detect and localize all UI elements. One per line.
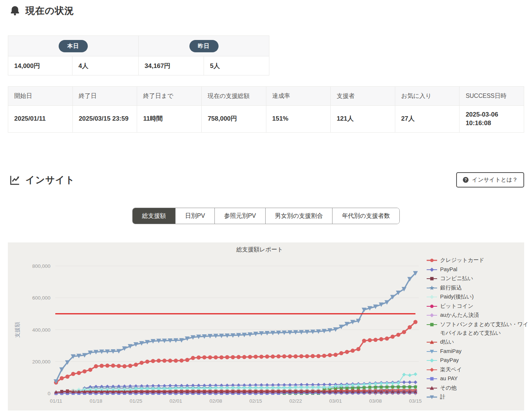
- yesterday-header-cell: 昨日: [139, 36, 269, 56]
- project-status-header-row: 開始日 終了日 終了日まで 現在の支援総額 達成率 支援者 お気に入り SUCC…: [8, 87, 524, 106]
- today-supporters: 4人: [72, 56, 139, 75]
- chart-line-icon: [9, 174, 21, 186]
- legend-label: PayPay: [440, 356, 459, 365]
- insight-help-label: インサイトとは？: [472, 176, 518, 183]
- legend-marker-icon: [426, 312, 437, 318]
- col-end-date: 終了日: [72, 87, 137, 106]
- legend-item-7: ソフトバンクまとめて支払い・ワイモバイルまとめて支払い: [426, 320, 529, 337]
- insight-title: インサイト: [25, 174, 75, 186]
- tab-0[interactable]: 総支援額: [133, 208, 175, 224]
- current-status-header: 現在の状況: [9, 4, 532, 17]
- x-tick-label: 03/01: [329, 398, 342, 404]
- daily-summary-value-row: 14,000円 4人 34,167円 5人: [8, 56, 269, 75]
- legend-item-6: auかんたん決済: [426, 311, 529, 319]
- x-tick-label: 02/01: [170, 398, 182, 404]
- legend-marker-icon: [426, 394, 437, 400]
- legend-item-2: コンビニ払い: [426, 274, 529, 283]
- total-support-value: 758,000円: [201, 106, 266, 133]
- col-total-support: 現在の支援総額: [201, 87, 266, 106]
- dashboard-page: 現在の状況 本日 昨日 14,000円 4人 34,167円 5人 開始日 終了…: [0, 0, 532, 415]
- legend-item-11: 楽天ペイ: [426, 365, 529, 374]
- x-tick-label: 03/08: [369, 398, 382, 404]
- legend-item-5: ビットコイン: [426, 302, 529, 310]
- legend-label: ソフトバンクまとめて支払い・ワイモバイルまとめて支払い: [440, 320, 529, 337]
- col-favorites: お気に入り: [395, 87, 460, 106]
- legend-label: コンビニ払い: [440, 274, 473, 283]
- daily-summary-header-row: 本日 昨日: [8, 36, 269, 56]
- chart-legend: クレジットカードPayPalコンビニ払い銀行振込Paidy(後払い)ビットコイン…: [426, 256, 529, 402]
- legend-marker-icon: [426, 294, 437, 300]
- today-badge: 本日: [59, 40, 88, 52]
- tab-3[interactable]: 男女別の支援割合: [265, 208, 332, 224]
- legend-marker-icon: [426, 322, 437, 328]
- x-tick-label: 02/22: [289, 398, 302, 404]
- legend-marker-icon: [426, 376, 437, 382]
- y-tick-label: 0: [47, 391, 50, 396]
- y-tick-label: 600,000: [32, 295, 50, 301]
- legend-label: FamiPay: [440, 347, 461, 356]
- today-amount: 14,000円: [8, 56, 72, 75]
- legend-item-14: 計: [426, 393, 529, 401]
- x-tick-label: 01/25: [130, 398, 142, 404]
- legend-marker-icon: [426, 303, 437, 309]
- legend-marker-icon: [426, 349, 437, 354]
- legend-marker-icon: [426, 285, 437, 291]
- col-start-date: 開始日: [8, 87, 73, 106]
- legend-marker-icon: [426, 357, 437, 363]
- tab-2[interactable]: 参照元別PV: [214, 208, 265, 224]
- project-status-value-row: 2025/01/11 2025/03/15 23:59 11時間 758,000…: [8, 106, 524, 133]
- legend-label: PayPal: [440, 265, 457, 274]
- legend-item-8: d払い: [426, 338, 529, 346]
- x-tick-label: 01/18: [90, 398, 102, 404]
- legend-item-1: PayPal: [426, 265, 529, 274]
- legend-item-10: PayPay: [426, 356, 529, 365]
- current-status-title: 現在の状況: [25, 4, 74, 17]
- yesterday-supporters: 5人: [204, 56, 269, 75]
- legend-item-13: その他: [426, 384, 529, 392]
- y-tick-label: 200,000: [32, 359, 50, 365]
- legend-item-9: FamiPay: [426, 347, 529, 356]
- chart-title: 総支援額レポート: [236, 246, 283, 253]
- legend-label: d払い: [440, 338, 454, 346]
- legend-label: 計: [440, 393, 446, 401]
- chart-card: 総支援額レポート支援額0200,000400,000600,000800,000…: [8, 242, 524, 411]
- col-time-remaining: 終了日まで: [137, 87, 202, 106]
- svg-text:?: ?: [464, 177, 467, 182]
- yesterday-badge: 昨日: [189, 40, 219, 52]
- insight-tabs-wrap: 総支援額日別PV参照元別PV男女別の支援割合年代別の支援者数: [0, 208, 532, 224]
- today-header-cell: 本日: [8, 36, 139, 56]
- legend-item-3: 銀行振込: [426, 284, 529, 292]
- tab-4[interactable]: 年代別の支援者数: [332, 208, 399, 224]
- insight-tabs: 総支援額日別PV参照元別PV男女別の支援割合年代別の支援者数: [132, 208, 399, 224]
- y-tick-label: 400,000: [32, 327, 50, 333]
- legend-item-0: クレジットカード: [426, 256, 529, 264]
- insight-header: インサイト: [9, 174, 75, 186]
- tab-1[interactable]: 日別PV: [175, 208, 214, 224]
- end-date-value: 2025/03/15 23:59: [72, 106, 137, 133]
- legend-label: 銀行振込: [440, 284, 462, 292]
- x-tick-label: 03/15: [409, 398, 422, 404]
- legend-label: クレジットカード: [440, 256, 484, 264]
- success-datetime-value: 2025-03-06 10:16:08: [460, 106, 524, 133]
- legend-label: ビットコイン: [440, 302, 473, 310]
- col-success-datetime: SUCCESS日時: [460, 87, 524, 106]
- legend-label: その他: [440, 384, 457, 392]
- legend-marker-icon: [426, 267, 437, 273]
- insight-help-button[interactable]: ? インサイトとは？: [456, 172, 524, 188]
- x-tick-label: 01/11: [50, 398, 62, 404]
- legend-marker-icon: [426, 257, 437, 263]
- legend-label: 楽天ペイ: [440, 365, 462, 374]
- y-tick-label: 800,000: [32, 263, 50, 269]
- col-supporters: 支援者: [331, 87, 395, 106]
- x-tick-label: 02/08: [210, 398, 222, 404]
- yesterday-amount: 34,167円: [139, 56, 204, 75]
- supporters-value: 121人: [331, 106, 395, 133]
- legend-marker-icon: [426, 339, 437, 345]
- legend-marker-icon: [426, 276, 437, 282]
- legend-marker-icon: [426, 367, 437, 373]
- legend-label: Paidy(後払い): [440, 292, 474, 301]
- col-achievement-rate: 達成率: [266, 87, 331, 106]
- y-axis-label: 支援額: [14, 322, 20, 338]
- project-status-table: 開始日 終了日 終了日まで 現在の支援総額 達成率 支援者 お気に入り SUCC…: [8, 86, 524, 133]
- achievement-rate-value: 151%: [266, 106, 331, 133]
